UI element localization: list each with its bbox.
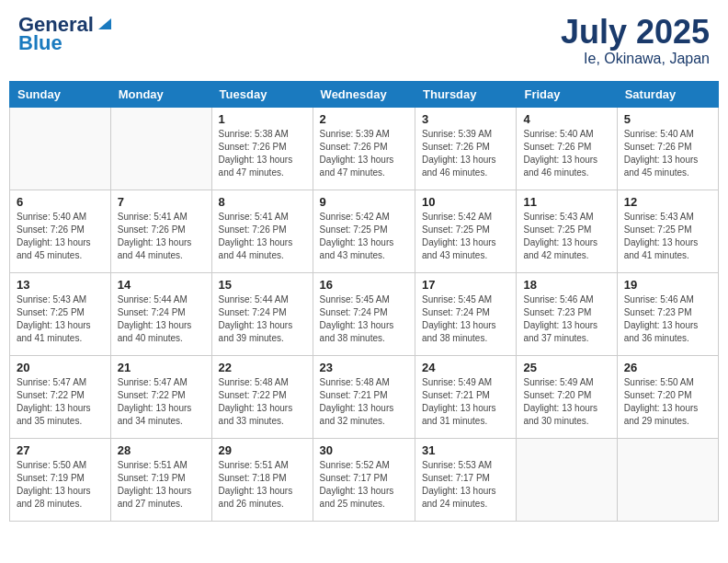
- day-detail: Sunrise: 5:49 AM Sunset: 7:20 PM Dayligh…: [523, 376, 609, 428]
- day-detail: Sunrise: 5:48 AM Sunset: 7:22 PM Dayligh…: [219, 376, 306, 428]
- day-detail: Sunrise: 5:51 AM Sunset: 7:18 PM Dayligh…: [219, 459, 306, 511]
- day-detail: Sunrise: 5:44 AM Sunset: 7:24 PM Dayligh…: [219, 293, 306, 345]
- day-number: 15: [219, 278, 306, 292]
- table-row: 17Sunrise: 5:45 AM Sunset: 7:24 PM Dayli…: [415, 272, 517, 355]
- day-number: 10: [422, 195, 509, 209]
- header-tuesday: Tuesday: [211, 81, 313, 107]
- day-number: 7: [118, 195, 205, 209]
- table-row: [110, 107, 211, 190]
- table-row: 9Sunrise: 5:42 AM Sunset: 7:25 PM Daylig…: [313, 190, 415, 272]
- header-sunday: Sunday: [10, 81, 111, 107]
- header-thursday: Thursday: [415, 81, 517, 107]
- day-detail: Sunrise: 5:53 AM Sunset: 7:17 PM Dayligh…: [422, 459, 509, 511]
- table-row: 30Sunrise: 5:52 AM Sunset: 7:17 PM Dayli…: [313, 438, 415, 521]
- day-number: 5: [624, 112, 711, 126]
- table-row: 3Sunrise: 5:39 AM Sunset: 7:26 PM Daylig…: [415, 107, 517, 190]
- day-detail: Sunrise: 5:52 AM Sunset: 7:17 PM Dayligh…: [320, 459, 408, 511]
- table-row: 12Sunrise: 5:43 AM Sunset: 7:25 PM Dayli…: [617, 190, 718, 272]
- table-row: 19Sunrise: 5:46 AM Sunset: 7:23 PM Dayli…: [617, 272, 718, 355]
- day-number: 2: [320, 112, 408, 126]
- day-number: 12: [624, 195, 711, 209]
- table-row: 6Sunrise: 5:40 AM Sunset: 7:26 PM Daylig…: [10, 190, 111, 272]
- day-detail: Sunrise: 5:46 AM Sunset: 7:23 PM Dayligh…: [624, 293, 711, 345]
- calendar-header-row: Sunday Monday Tuesday Wednesday Thursday…: [10, 81, 719, 107]
- month-title: July 2025: [561, 14, 710, 51]
- svg-marker-0: [98, 18, 111, 29]
- calendar-week-row: 13Sunrise: 5:43 AM Sunset: 7:25 PM Dayli…: [10, 272, 719, 355]
- table-row: 5Sunrise: 5:40 AM Sunset: 7:26 PM Daylig…: [617, 107, 718, 190]
- day-detail: Sunrise: 5:41 AM Sunset: 7:26 PM Dayligh…: [118, 211, 205, 262]
- day-detail: Sunrise: 5:44 AM Sunset: 7:24 PM Dayligh…: [118, 293, 205, 345]
- day-number: 13: [17, 278, 104, 292]
- day-number: 23: [320, 361, 408, 374]
- day-number: 17: [422, 278, 509, 292]
- day-detail: Sunrise: 5:39 AM Sunset: 7:26 PM Dayligh…: [422, 128, 509, 179]
- logo-triangle-icon: [95, 15, 111, 31]
- logo: General Blue: [18, 14, 111, 54]
- table-row: 14Sunrise: 5:44 AM Sunset: 7:24 PM Dayli…: [110, 272, 211, 355]
- day-number: 25: [523, 361, 609, 374]
- table-row: 11Sunrise: 5:43 AM Sunset: 7:25 PM Dayli…: [517, 190, 617, 272]
- table-row: 22Sunrise: 5:48 AM Sunset: 7:22 PM Dayli…: [211, 355, 313, 438]
- day-number: 4: [523, 112, 609, 126]
- calendar-table: Sunday Monday Tuesday Wednesday Thursday…: [9, 81, 719, 522]
- day-detail: Sunrise: 5:43 AM Sunset: 7:25 PM Dayligh…: [624, 211, 711, 262]
- day-detail: Sunrise: 5:42 AM Sunset: 7:25 PM Dayligh…: [422, 211, 509, 262]
- day-number: 24: [422, 361, 509, 374]
- day-detail: Sunrise: 5:51 AM Sunset: 7:19 PM Dayligh…: [118, 459, 205, 511]
- day-number: 9: [320, 195, 408, 209]
- table-row: 31Sunrise: 5:53 AM Sunset: 7:17 PM Dayli…: [415, 438, 517, 521]
- calendar-week-row: 1Sunrise: 5:38 AM Sunset: 7:26 PM Daylig…: [10, 107, 719, 190]
- table-row: 10Sunrise: 5:42 AM Sunset: 7:25 PM Dayli…: [415, 190, 517, 272]
- day-number: 11: [523, 195, 609, 209]
- calendar-week-row: 27Sunrise: 5:50 AM Sunset: 7:19 PM Dayli…: [10, 438, 719, 521]
- calendar-week-row: 6Sunrise: 5:40 AM Sunset: 7:26 PM Daylig…: [10, 190, 719, 272]
- table-row: 8Sunrise: 5:41 AM Sunset: 7:26 PM Daylig…: [211, 190, 313, 272]
- calendar-week-row: 20Sunrise: 5:47 AM Sunset: 7:22 PM Dayli…: [10, 355, 719, 438]
- day-number: 1: [219, 112, 306, 126]
- location: Ie, Okinawa, Japan: [561, 51, 710, 67]
- table-row: 4Sunrise: 5:40 AM Sunset: 7:26 PM Daylig…: [517, 107, 617, 190]
- day-detail: Sunrise: 5:46 AM Sunset: 7:23 PM Dayligh…: [523, 293, 609, 345]
- day-detail: Sunrise: 5:50 AM Sunset: 7:20 PM Dayligh…: [624, 376, 711, 428]
- logo-blue: Blue: [18, 32, 63, 54]
- table-row: 13Sunrise: 5:43 AM Sunset: 7:25 PM Dayli…: [10, 272, 111, 355]
- day-number: 16: [320, 278, 408, 292]
- table-row: 29Sunrise: 5:51 AM Sunset: 7:18 PM Dayli…: [211, 438, 313, 521]
- table-row: 7Sunrise: 5:41 AM Sunset: 7:26 PM Daylig…: [110, 190, 211, 272]
- header-saturday: Saturday: [617, 81, 718, 107]
- table-row: 20Sunrise: 5:47 AM Sunset: 7:22 PM Dayli…: [10, 355, 111, 438]
- day-number: 22: [219, 361, 306, 374]
- table-row: 27Sunrise: 5:50 AM Sunset: 7:19 PM Dayli…: [10, 438, 111, 521]
- header-friday: Friday: [517, 81, 617, 107]
- table-row: 1Sunrise: 5:38 AM Sunset: 7:26 PM Daylig…: [211, 107, 313, 190]
- table-row: 15Sunrise: 5:44 AM Sunset: 7:24 PM Dayli…: [211, 272, 313, 355]
- day-detail: Sunrise: 5:47 AM Sunset: 7:22 PM Dayligh…: [118, 376, 205, 428]
- day-number: 14: [118, 278, 205, 292]
- day-detail: Sunrise: 5:40 AM Sunset: 7:26 PM Dayligh…: [523, 128, 609, 179]
- day-number: 29: [219, 443, 306, 457]
- day-number: 26: [624, 361, 711, 374]
- day-detail: Sunrise: 5:43 AM Sunset: 7:25 PM Dayligh…: [17, 293, 104, 345]
- day-detail: Sunrise: 5:48 AM Sunset: 7:21 PM Dayligh…: [320, 376, 408, 428]
- table-row: 2Sunrise: 5:39 AM Sunset: 7:26 PM Daylig…: [313, 107, 415, 190]
- day-number: 27: [17, 443, 104, 457]
- day-number: 3: [422, 112, 509, 126]
- table-row: 25Sunrise: 5:49 AM Sunset: 7:20 PM Dayli…: [517, 355, 617, 438]
- day-detail: Sunrise: 5:40 AM Sunset: 7:26 PM Dayligh…: [624, 128, 711, 179]
- day-number: 20: [17, 361, 104, 374]
- day-number: 21: [118, 361, 205, 374]
- table-row: 24Sunrise: 5:49 AM Sunset: 7:21 PM Dayli…: [415, 355, 517, 438]
- table-row: 26Sunrise: 5:50 AM Sunset: 7:20 PM Dayli…: [617, 355, 718, 438]
- day-number: 30: [320, 443, 408, 457]
- table-row: [517, 438, 617, 521]
- title-area: July 2025 Ie, Okinawa, Japan: [561, 14, 710, 67]
- day-number: 31: [422, 443, 509, 457]
- day-detail: Sunrise: 5:50 AM Sunset: 7:19 PM Dayligh…: [17, 459, 104, 511]
- day-detail: Sunrise: 5:41 AM Sunset: 7:26 PM Dayligh…: [219, 211, 306, 262]
- day-number: 6: [17, 195, 104, 209]
- day-detail: Sunrise: 5:39 AM Sunset: 7:26 PM Dayligh…: [320, 128, 408, 179]
- table-row: [10, 107, 111, 190]
- table-row: 23Sunrise: 5:48 AM Sunset: 7:21 PM Dayli…: [313, 355, 415, 438]
- day-detail: Sunrise: 5:42 AM Sunset: 7:25 PM Dayligh…: [320, 211, 408, 262]
